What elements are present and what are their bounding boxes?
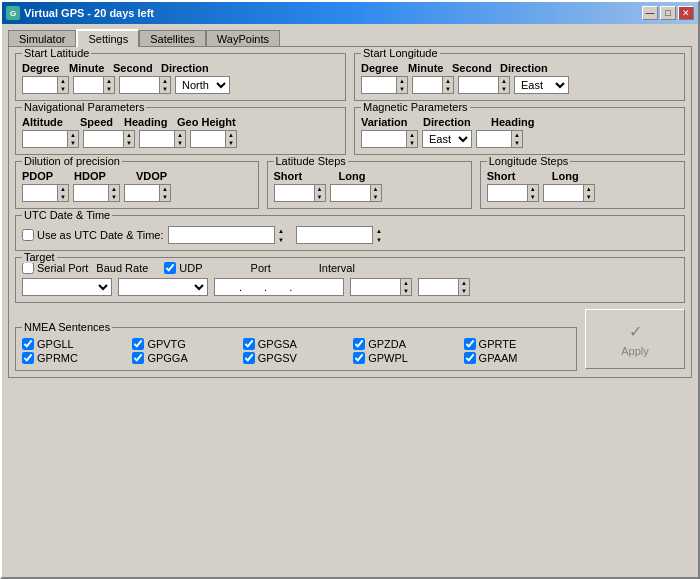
lat-short-spin[interactable]: 1.00 ▲▼ — [274, 184, 326, 202]
nmea-gpgsa[interactable]: GPGSA — [243, 338, 349, 350]
utc-time-spin-btn[interactable]: ▲ ▼ — [372, 226, 386, 244]
interval-spin[interactable]: 1.00 ▲▼ — [418, 278, 470, 296]
utc-checkbox[interactable] — [22, 229, 34, 241]
lon-second-spin[interactable]: 49.00 ▲▼ — [458, 76, 510, 94]
speed-input[interactable]: 40.00 — [83, 130, 123, 148]
variation-spin[interactable]: 0.00 ▲▼ — [361, 130, 418, 148]
nmea-gpaam[interactable]: GPAAM — [464, 352, 570, 364]
lat-long-spin[interactable]: 5.00 ▲▼ — [330, 184, 382, 202]
interval-input[interactable]: 1.00 — [418, 278, 458, 296]
lon-long-input[interactable]: 5.00 — [543, 184, 583, 202]
nmea-gpvtg[interactable]: GPVTG — [132, 338, 238, 350]
vdop-input[interactable]: 0.00 — [124, 184, 159, 202]
serial-port-select[interactable] — [22, 278, 112, 296]
variation-input[interactable]: 0.00 — [361, 130, 406, 148]
lat-second-spin[interactable]: 10.00 ▲▼ — [119, 76, 171, 94]
serial-port-checkbox-label[interactable]: Serial Port — [22, 262, 88, 274]
lat-second-input[interactable]: 10.00 — [119, 76, 159, 94]
utc-date-input[interactable]: 18/03/2008 — [168, 226, 288, 244]
port-input[interactable]: 10000 — [350, 278, 400, 296]
heading-spin-btn[interactable]: ▲▼ — [174, 130, 186, 148]
lat-minute-spin[interactable]: 12 ▲▼ — [73, 76, 115, 94]
speed-spin[interactable]: 40.00 ▲▼ — [83, 130, 135, 148]
udp-ip2-input[interactable]: 0 — [242, 281, 264, 293]
altitude-spin-btn[interactable]: ▲▼ — [67, 130, 79, 148]
tab-settings[interactable]: Settings — [76, 29, 139, 47]
utc-checkbox-label[interactable]: Use as UTC Date & Time: — [22, 229, 164, 241]
heading-input[interactable]: 0.00 — [139, 130, 174, 148]
mag-heading-spin-btn[interactable]: ▲▼ — [511, 130, 523, 148]
udp-ip3-input[interactable]: 0 — [267, 281, 289, 293]
hdop-input[interactable]: 0.00 — [73, 184, 108, 202]
apply-button[interactable]: ✓ Apply — [585, 309, 685, 369]
lat-minute-spin-btn[interactable]: ▲▼ — [103, 76, 115, 94]
port-spin-btn[interactable]: ▲▼ — [400, 278, 412, 296]
lon-minute-spin[interactable]: 23 ▲▼ — [412, 76, 454, 94]
udp-ip4-input[interactable]: 1 — [292, 281, 314, 293]
geo-height-spin[interactable]: 0.00 ▲▼ — [190, 130, 237, 148]
pdop-input[interactable]: 0.00 — [22, 184, 57, 202]
serial-port-checkbox[interactable] — [22, 262, 34, 274]
lon-short-input[interactable]: 1.00 — [487, 184, 527, 202]
nmea-gpgll[interactable]: GPGLL — [22, 338, 128, 350]
udp-checkbox-label[interactable]: UDP — [164, 262, 202, 274]
lat-short-spin-btn[interactable]: ▲▼ — [314, 184, 326, 202]
nmea-gpgga[interactable]: GPGGA — [132, 352, 238, 364]
lon-minute-input[interactable]: 23 — [412, 76, 442, 94]
nmea-gprte[interactable]: GPRTE — [464, 338, 570, 350]
lat-long-input[interactable]: 5.00 — [330, 184, 370, 202]
lat-second-spin-btn[interactable]: ▲▼ — [159, 76, 171, 94]
interval-spin-btn[interactable]: ▲▼ — [458, 278, 470, 296]
pdop-spin[interactable]: 0.00 ▲▼ — [22, 184, 69, 202]
vdop-spin-btn[interactable]: ▲▼ — [159, 184, 171, 202]
mag-heading-input[interactable]: 0.00 — [476, 130, 511, 148]
lon-direction-select[interactable]: East West — [514, 76, 569, 94]
lon-second-input[interactable]: 49.00 — [458, 76, 498, 94]
speed-spin-btn[interactable]: ▲▼ — [123, 130, 135, 148]
vdop-spin[interactable]: 0.00 ▲▼ — [124, 184, 171, 202]
mag-heading-spin[interactable]: 0.00 ▲▼ — [476, 130, 523, 148]
lon-degree-input[interactable]: 25 — [361, 76, 396, 94]
lat-minute-input[interactable]: 12 — [73, 76, 103, 94]
lat-degree-spin-btn[interactable]: ▲▼ — [57, 76, 69, 94]
altitude-spin[interactable]: 300.00 ▲▼ — [22, 130, 79, 148]
nmea-gpzda[interactable]: GPZDA — [353, 338, 459, 350]
nmea-gprmc[interactable]: GPRMC — [22, 352, 128, 364]
lat-degree-spin[interactable]: 45 ▲▼ — [22, 76, 69, 94]
variation-spin-btn[interactable]: ▲▼ — [406, 130, 418, 148]
lat-steps-headers: Short Long — [274, 170, 465, 182]
lon-short-spin-btn[interactable]: ▲▼ — [527, 184, 539, 202]
lon-degree-spin[interactable]: 25 ▲▼ — [361, 76, 408, 94]
lat-direction-select[interactable]: North South — [175, 76, 230, 94]
utc-date-spin-btn[interactable]: ▲ ▼ — [274, 226, 288, 244]
port-spin[interactable]: 10000 ▲▼ — [350, 278, 412, 296]
udp-checkbox[interactable] — [164, 262, 176, 274]
lon-degree-spin-btn[interactable]: ▲▼ — [396, 76, 408, 94]
udp-ip-field[interactable]: 127 . 0 . 0 . 1 — [214, 278, 344, 296]
minimize-button[interactable]: — — [642, 6, 658, 20]
close-button[interactable]: ✕ — [678, 6, 694, 20]
nmea-gpgsv[interactable]: GPGSV — [243, 352, 349, 364]
mag-direction-select[interactable]: East West — [422, 130, 472, 148]
lat-short-input[interactable]: 1.00 — [274, 184, 314, 202]
lat-degree-input[interactable]: 45 — [22, 76, 57, 94]
lon-long-spin-btn[interactable]: ▲▼ — [583, 184, 595, 202]
lat-long-spin-btn[interactable]: ▲▼ — [370, 184, 382, 202]
maximize-button[interactable]: □ — [660, 6, 676, 20]
udp-ip1-input[interactable]: 127 — [217, 281, 239, 293]
lon-short-spin[interactable]: 1.00 ▲▼ — [487, 184, 539, 202]
latitude-steps-label: Latitude Steps — [274, 155, 348, 167]
hdop-spin[interactable]: 0.00 ▲▼ — [73, 184, 120, 202]
lon-long-spin[interactable]: 5.00 ▲▼ — [543, 184, 595, 202]
lon-second-spin-btn[interactable]: ▲▼ — [498, 76, 510, 94]
pdop-spin-btn[interactable]: ▲▼ — [57, 184, 69, 202]
nmea-gpwpl[interactable]: GPWPL — [353, 352, 459, 364]
lon-minute-spin-btn[interactable]: ▲▼ — [442, 76, 454, 94]
geo-height-input[interactable]: 0.00 — [190, 130, 225, 148]
geo-height-spin-btn[interactable]: ▲▼ — [225, 130, 237, 148]
baud-rate-select[interactable] — [118, 278, 208, 296]
hdop-spin-btn[interactable]: ▲▼ — [108, 184, 120, 202]
dilution-steps-row: Dilution of precision PDOP HDOP VDOP 0.0… — [15, 161, 685, 209]
altitude-input[interactable]: 300.00 — [22, 130, 67, 148]
heading-spin[interactable]: 0.00 ▲▼ — [139, 130, 186, 148]
